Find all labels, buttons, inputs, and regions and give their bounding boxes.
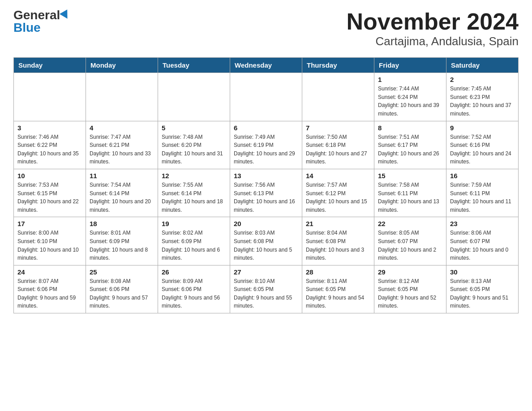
calendar-cell: 8Sunrise: 7:51 AMSunset: 6:17 PMDaylight…	[374, 121, 446, 169]
calendar-cell	[230, 73, 302, 121]
calendar-cell: 17Sunrise: 8:00 AMSunset: 6:10 PMDayligh…	[14, 217, 86, 265]
calendar-cell: 19Sunrise: 8:02 AMSunset: 6:09 PMDayligh…	[158, 217, 230, 265]
calendar-cell: 3Sunrise: 7:46 AMSunset: 6:22 PMDaylight…	[14, 121, 86, 169]
day-info: Sunrise: 7:45 AMSunset: 6:23 PMDaylight:…	[450, 85, 515, 118]
weekday-header-row: Sunday Monday Tuesday Wednesday Thursday…	[14, 58, 519, 73]
day-number: 15	[378, 172, 442, 180]
day-number: 26	[162, 268, 226, 276]
calendar-cell: 6Sunrise: 7:49 AMSunset: 6:19 PMDaylight…	[230, 121, 302, 169]
calendar-cell: 2Sunrise: 7:45 AMSunset: 6:23 PMDaylight…	[446, 73, 519, 121]
day-info: Sunrise: 8:02 AMSunset: 6:09 PMDaylight:…	[162, 229, 226, 262]
day-info: Sunrise: 8:09 AMSunset: 6:06 PMDaylight:…	[162, 277, 226, 310]
day-number: 16	[450, 172, 515, 180]
day-info: Sunrise: 7:51 AMSunset: 6:17 PMDaylight:…	[378, 133, 442, 166]
day-number: 9	[450, 124, 515, 132]
calendar-cell: 20Sunrise: 8:03 AMSunset: 6:08 PMDayligh…	[230, 217, 302, 265]
calendar-cell	[302, 73, 374, 121]
day-number: 22	[378, 220, 442, 227]
calendar-cell: 27Sunrise: 8:10 AMSunset: 6:05 PMDayligh…	[230, 265, 302, 313]
day-number: 4	[90, 124, 154, 132]
calendar-cell: 21Sunrise: 8:04 AMSunset: 6:08 PMDayligh…	[302, 217, 374, 265]
day-info: Sunrise: 7:55 AMSunset: 6:14 PMDaylight:…	[162, 181, 226, 214]
day-number: 6	[234, 124, 298, 132]
calendar-cell: 22Sunrise: 8:05 AMSunset: 6:07 PMDayligh…	[374, 217, 446, 265]
day-number: 3	[17, 124, 82, 132]
calendar-cell: 28Sunrise: 8:11 AMSunset: 6:05 PMDayligh…	[302, 265, 374, 313]
day-number: 7	[306, 124, 370, 132]
calendar-cell: 10Sunrise: 7:53 AMSunset: 6:15 PMDayligh…	[14, 169, 86, 217]
day-info: Sunrise: 8:07 AMSunset: 6:06 PMDaylight:…	[17, 277, 82, 310]
day-number: 2	[450, 76, 515, 83]
day-number: 30	[450, 268, 515, 276]
day-number: 5	[162, 124, 226, 132]
week-row-4: 17Sunrise: 8:00 AMSunset: 6:10 PMDayligh…	[14, 217, 519, 265]
day-info: Sunrise: 7:49 AMSunset: 6:19 PMDaylight:…	[234, 133, 298, 166]
day-info: Sunrise: 8:04 AMSunset: 6:08 PMDaylight:…	[306, 229, 370, 262]
day-number: 19	[162, 220, 226, 227]
day-number: 18	[90, 220, 154, 227]
calendar-table: Sunday Monday Tuesday Wednesday Thursday…	[13, 57, 519, 313]
day-info: Sunrise: 7:56 AMSunset: 6:13 PMDaylight:…	[234, 181, 298, 214]
day-number: 29	[378, 268, 442, 276]
header-wednesday: Wednesday	[230, 58, 302, 73]
week-row-1: 1Sunrise: 7:44 AMSunset: 6:24 PMDaylight…	[14, 73, 519, 121]
day-number: 24	[17, 268, 82, 276]
day-number: 27	[234, 268, 298, 276]
logo-triangle-icon	[60, 9, 71, 21]
logo-general-text: General	[13, 9, 60, 21]
day-info: Sunrise: 7:46 AMSunset: 6:22 PMDaylight:…	[17, 133, 82, 166]
day-info: Sunrise: 7:48 AMSunset: 6:20 PMDaylight:…	[162, 133, 226, 166]
page-header: General Blue November 2024 Cartajima, An…	[13, 9, 519, 48]
day-info: Sunrise: 8:05 AMSunset: 6:07 PMDaylight:…	[378, 229, 442, 262]
day-info: Sunrise: 7:59 AMSunset: 6:11 PMDaylight:…	[450, 181, 515, 214]
day-number: 23	[450, 220, 515, 227]
calendar-cell: 5Sunrise: 7:48 AMSunset: 6:20 PMDaylight…	[158, 121, 230, 169]
day-number: 20	[234, 220, 298, 227]
month-title: November 2024	[347, 9, 519, 34]
week-row-3: 10Sunrise: 7:53 AMSunset: 6:15 PMDayligh…	[14, 169, 519, 217]
day-info: Sunrise: 8:06 AMSunset: 6:07 PMDaylight:…	[450, 229, 515, 262]
calendar-cell: 1Sunrise: 7:44 AMSunset: 6:24 PMDaylight…	[374, 73, 446, 121]
calendar-cell	[158, 73, 230, 121]
day-info: Sunrise: 7:52 AMSunset: 6:16 PMDaylight:…	[450, 133, 515, 166]
day-info: Sunrise: 8:10 AMSunset: 6:05 PMDaylight:…	[234, 277, 298, 310]
logo: General Blue	[13, 9, 70, 34]
day-number: 14	[306, 172, 370, 180]
day-number: 11	[90, 172, 154, 180]
location-title: Cartajima, Andalusia, Spain	[347, 34, 519, 48]
day-number: 12	[162, 172, 226, 180]
logo-blue-text: Blue	[13, 21, 41, 34]
calendar-cell: 23Sunrise: 8:06 AMSunset: 6:07 PMDayligh…	[446, 217, 519, 265]
day-info: Sunrise: 7:57 AMSunset: 6:12 PMDaylight:…	[306, 181, 370, 214]
day-number: 28	[306, 268, 370, 276]
header-monday: Monday	[86, 58, 158, 73]
calendar-cell: 29Sunrise: 8:12 AMSunset: 6:05 PMDayligh…	[374, 265, 446, 313]
calendar-cell: 30Sunrise: 8:13 AMSunset: 6:05 PMDayligh…	[446, 265, 519, 313]
calendar-cell	[14, 73, 86, 121]
calendar-cell: 16Sunrise: 7:59 AMSunset: 6:11 PMDayligh…	[446, 169, 519, 217]
calendar-cell: 13Sunrise: 7:56 AMSunset: 6:13 PMDayligh…	[230, 169, 302, 217]
day-info: Sunrise: 8:08 AMSunset: 6:06 PMDaylight:…	[90, 277, 154, 310]
day-number: 10	[17, 172, 82, 180]
day-info: Sunrise: 7:58 AMSunset: 6:11 PMDaylight:…	[378, 181, 442, 214]
header-thursday: Thursday	[302, 58, 374, 73]
day-info: Sunrise: 8:12 AMSunset: 6:05 PMDaylight:…	[378, 277, 442, 310]
calendar-cell: 12Sunrise: 7:55 AMSunset: 6:14 PMDayligh…	[158, 169, 230, 217]
day-info: Sunrise: 7:44 AMSunset: 6:24 PMDaylight:…	[378, 85, 442, 118]
calendar-cell: 11Sunrise: 7:54 AMSunset: 6:14 PMDayligh…	[86, 169, 158, 217]
day-info: Sunrise: 8:03 AMSunset: 6:08 PMDaylight:…	[234, 229, 298, 262]
day-info: Sunrise: 8:11 AMSunset: 6:05 PMDaylight:…	[306, 277, 370, 310]
calendar-cell	[86, 73, 158, 121]
day-info: Sunrise: 8:13 AMSunset: 6:05 PMDaylight:…	[450, 277, 515, 310]
week-row-2: 3Sunrise: 7:46 AMSunset: 6:22 PMDaylight…	[14, 121, 519, 169]
header-friday: Friday	[374, 58, 446, 73]
day-number: 17	[17, 220, 82, 227]
calendar-cell: 26Sunrise: 8:09 AMSunset: 6:06 PMDayligh…	[158, 265, 230, 313]
day-info: Sunrise: 7:50 AMSunset: 6:18 PMDaylight:…	[306, 133, 370, 166]
day-info: Sunrise: 7:47 AMSunset: 6:21 PMDaylight:…	[90, 133, 154, 166]
day-number: 25	[90, 268, 154, 276]
day-number: 1	[378, 76, 442, 83]
calendar-cell: 15Sunrise: 7:58 AMSunset: 6:11 PMDayligh…	[374, 169, 446, 217]
week-row-5: 24Sunrise: 8:07 AMSunset: 6:06 PMDayligh…	[14, 265, 519, 313]
day-number: 21	[306, 220, 370, 227]
